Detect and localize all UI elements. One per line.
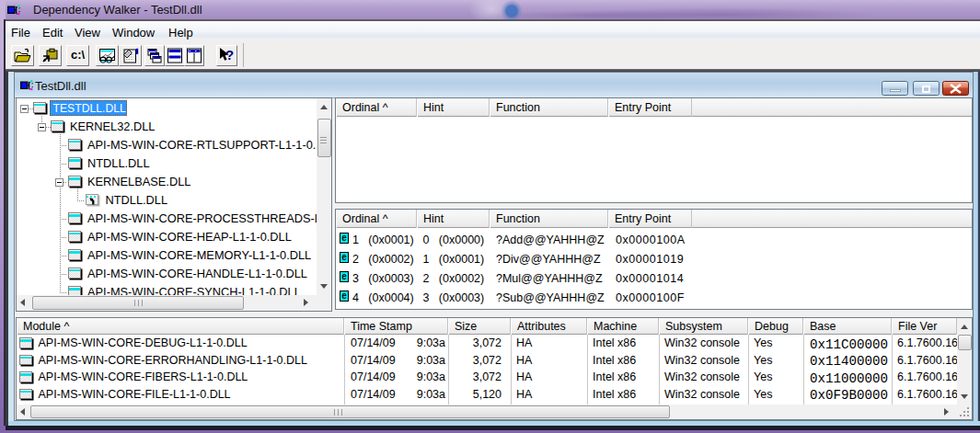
- svg-text:?: ?: [225, 47, 234, 63]
